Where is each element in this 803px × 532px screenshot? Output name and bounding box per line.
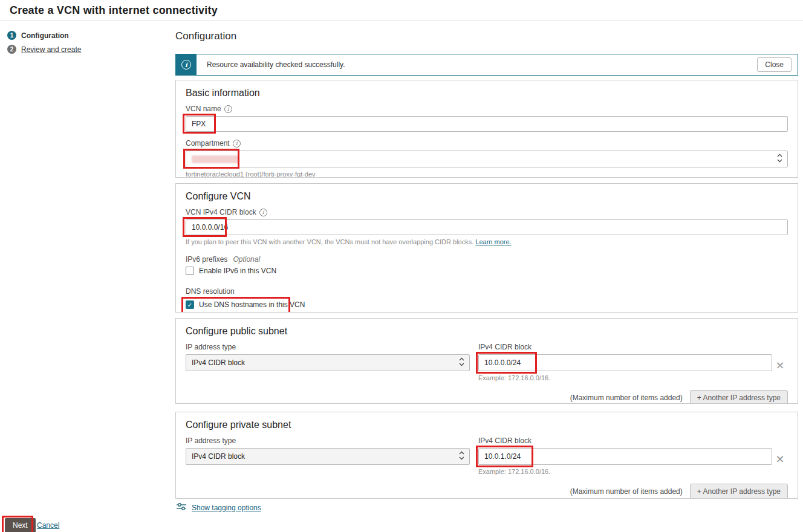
checkbox-checked-icon[interactable]: ✓ <box>186 300 194 309</box>
header-divider <box>0 21 803 21</box>
page-title: Create a VCN with internet connectivity <box>10 4 218 17</box>
step-2-link[interactable]: Review and create <box>21 45 81 54</box>
configure-private-subnet-card: Configure private subnet IP address type… <box>175 412 798 499</box>
cancel-link[interactable]: Cancel <box>37 521 59 530</box>
vcn-name-label: VCN name i <box>186 105 788 113</box>
banner-accent-block: i <box>176 54 197 75</box>
public-subnet-cidr-input[interactable] <box>478 354 772 371</box>
ipv4-cidr-label: IPv4 CIDR block <box>478 436 772 445</box>
show-tagging-options-link[interactable]: Show tagging options <box>192 504 261 512</box>
ipv6-prefixes-label: IPv6 prefixes Optional <box>186 255 788 264</box>
compartment-path-text: fortinetoraclecloud1 (root)/forti-proxy-… <box>186 170 788 178</box>
cidr-example-text: Example: 172.16.0.0/16. <box>478 374 772 381</box>
wizard-footer: Next Cancel <box>0 515 803 532</box>
step-configuration: 1 Configuration <box>7 31 164 40</box>
add-ip-address-type-button[interactable]: + Another IP address type <box>690 390 788 404</box>
ipv4-cidr-label: IPv4 CIDR block <box>478 343 772 351</box>
close-button[interactable]: Close <box>757 57 792 72</box>
cidr-example-text: Example: 172.16.0.0/16. <box>478 468 772 475</box>
ip-address-type-select[interactable]: IPv4 CIDR block <box>186 448 470 465</box>
checkbox-unchecked-icon[interactable] <box>186 267 194 275</box>
ip-address-type-label: IP address type <box>186 436 470 445</box>
basic-information-card: Basic information VCN name i Compartment… <box>175 80 798 178</box>
info-icon[interactable]: i <box>224 105 232 113</box>
enable-ipv6-checkbox-row[interactable]: Enable IPv6 in this VCN <box>186 267 276 275</box>
ip-address-type-select[interactable]: IPv4 CIDR block <box>186 354 470 371</box>
vcn-cidr-label: VCN IPv4 CIDR block i <box>186 208 788 216</box>
enable-ipv6-label: Enable IPv6 in this VCN <box>199 267 276 275</box>
info-icon: i <box>181 60 191 70</box>
step-1-badge: 1 <box>7 31 16 40</box>
max-items-note: (Maximum number of items added) <box>570 487 683 496</box>
dns-resolution-label: DNS resolution <box>186 287 788 296</box>
banner-message: Resource availability checked successful… <box>207 60 757 69</box>
learn-more-link[interactable]: Learn more. <box>475 238 511 245</box>
step-1-label: Configuration <box>21 31 69 40</box>
basic-information-heading: Basic information <box>186 88 788 99</box>
add-ip-address-type-button[interactable]: + Another IP address type <box>690 484 788 499</box>
configure-vcn-heading: Configure VCN <box>186 191 788 202</box>
configure-public-subnet-card: Configure public subnet IP address type … <box>175 318 798 404</box>
step-2-badge: 2 <box>7 45 16 54</box>
max-items-note: (Maximum number of items added) <box>570 394 683 402</box>
next-button[interactable]: Next <box>5 518 36 532</box>
create-vcn-wizard-page: Create a VCN with internet connectivity … <box>0 0 803 532</box>
private-subnet-cidr-input[interactable] <box>478 448 772 465</box>
info-icon[interactable]: i <box>233 140 241 148</box>
redacted-compartment-value <box>192 155 239 163</box>
sliders-icon <box>177 502 186 513</box>
main-content: Configuration i Resource availability ch… <box>175 30 798 520</box>
section-heading-configuration: Configuration <box>175 30 798 42</box>
wizard-step-rail: 1 Configuration 2 Review and create <box>7 31 164 59</box>
compartment-label: Compartment i <box>186 139 788 148</box>
configure-private-subnet-heading: Configure private subnet <box>186 420 788 430</box>
chevron-updown-icon <box>459 451 464 462</box>
remove-row-icon[interactable]: × <box>772 451 788 467</box>
configure-vcn-card: Configure VCN VCN IPv4 CIDR block i If y… <box>175 183 798 313</box>
compartment-select[interactable] <box>186 151 788 167</box>
use-dns-hostnames-label: Use DNS hostnames in this VCN <box>199 300 305 309</box>
info-banner: i Resource availability checked successf… <box>175 54 798 76</box>
chevron-updown-icon <box>459 357 464 368</box>
vcn-cidr-input[interactable] <box>186 219 788 235</box>
chevron-updown-icon <box>777 154 782 164</box>
use-dns-hostnames-checkbox-row[interactable]: ✓ Use DNS hostnames in this VCN <box>186 300 305 309</box>
step-review-and-create[interactable]: 2 Review and create <box>7 45 164 54</box>
info-icon[interactable]: i <box>259 209 267 216</box>
ip-address-type-label: IP address type <box>186 343 470 351</box>
configure-public-subnet-heading: Configure public subnet <box>186 326 788 337</box>
vcn-cidr-helper: If you plan to peer this VCN with anothe… <box>186 238 788 245</box>
remove-row-icon[interactable]: × <box>772 357 788 373</box>
vcn-name-input[interactable] <box>186 116 788 132</box>
optional-tag: Optional <box>233 255 260 264</box>
